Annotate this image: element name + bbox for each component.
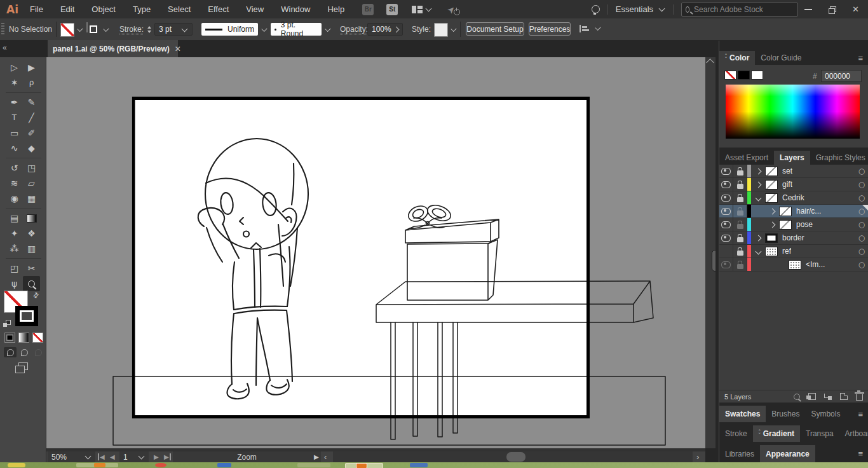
taskbar-icon[interactable]	[8, 463, 25, 467]
shape-builder-tool[interactable]: ◉	[6, 191, 23, 206]
stroke-color-swatch[interactable]	[15, 306, 38, 326]
layer-thumbnail[interactable]	[765, 167, 778, 176]
hand-tool[interactable]: ψ	[6, 276, 23, 291]
perspective-grid-tool[interactable]: ▦	[23, 191, 40, 206]
locate-object-icon[interactable]	[794, 394, 800, 400]
collapse-panel-icon[interactable]: ˆˇ	[725, 55, 727, 61]
target-circle-icon[interactable]: ○	[855, 247, 868, 256]
layer-name[interactable]: <Im...	[806, 260, 825, 269]
target-circle-icon[interactable]: ○	[855, 193, 868, 202]
target-circle-icon[interactable]: ○	[855, 207, 868, 216]
stroke-group-tab-gradient[interactable]: ˆˇGradient	[753, 425, 800, 442]
swatches-group-tab-symbols[interactable]: Symbols	[805, 406, 846, 422]
layers-tab-asset-export[interactable]: Asset Export	[719, 151, 774, 165]
taskbar-icon[interactable]	[94, 463, 105, 467]
symbol-sprayer-tool[interactable]: ⁂	[6, 241, 23, 256]
stock-icon[interactable]: St	[386, 4, 398, 15]
lock-toggle[interactable]	[733, 178, 747, 191]
bridge-icon[interactable]: Br	[362, 4, 374, 15]
layer-row-cedrik[interactable]: Cedrik○	[719, 191, 868, 205]
arrange-documents-icon[interactable]	[412, 6, 423, 13]
direct-selection-tool[interactable]: ▶	[23, 60, 40, 75]
curvature-tool[interactable]: ✎	[23, 95, 40, 110]
hex-value-field[interactable]	[821, 70, 862, 82]
delete-layer-icon[interactable]	[856, 394, 863, 401]
expand-chevron-icon[interactable]	[756, 168, 762, 174]
lightbulb-icon[interactable]	[592, 5, 600, 13]
stroke-swatch[interactable]	[86, 22, 88, 32]
stroke-chevron-icon[interactable]	[100, 23, 109, 36]
stroke-group-tab-stroke[interactable]: Stroke	[719, 425, 753, 442]
lock-toggle[interactable]	[733, 205, 747, 217]
gpu-performance-icon[interactable]: ➤	[447, 4, 460, 15]
style-chevron-icon[interactable]	[448, 23, 457, 36]
previous-artboard-button[interactable]: ◀	[110, 453, 115, 460]
menu-effect[interactable]: Effect	[208, 4, 229, 14]
layer-row-im[interactable]: <Im...○	[719, 258, 868, 272]
layer-thumbnail[interactable]	[779, 207, 792, 216]
taskbar-icon[interactable]	[217, 463, 231, 467]
layer-row-gift[interactable]: gift○	[719, 178, 868, 191]
taskbar-icon[interactable]	[155, 463, 166, 467]
taskbar-icon[interactable]	[356, 463, 367, 468]
layer-name[interactable]: pose	[796, 220, 813, 229]
stroke-weight-stepper[interactable]	[145, 23, 153, 36]
layer-thumbnail[interactable]	[765, 233, 778, 243]
fill-swatch[interactable]	[60, 23, 74, 37]
visibility-toggle[interactable]	[719, 165, 733, 177]
minimize-button[interactable]	[804, 9, 812, 10]
layer-name[interactable]: border	[782, 233, 804, 242]
zoom-level-dropdown[interactable]: 50%	[48, 451, 95, 462]
visibility-toggle[interactable]	[719, 231, 733, 244]
swatches-group-tab-brushes[interactable]: Brushes	[766, 406, 805, 422]
canvas[interactable]	[46, 57, 705, 448]
visibility-toggle[interactable]	[719, 178, 733, 191]
blend-tool[interactable]: ❖	[23, 226, 40, 241]
line-segment-tool[interactable]: ╱	[23, 110, 40, 125]
visibility-toggle[interactable]	[719, 191, 733, 204]
width-profile-dropdown[interactable]: Uniform	[201, 23, 258, 36]
opacity-label[interactable]: Opacity:	[340, 25, 368, 34]
layer-row-set[interactable]: set○	[719, 165, 868, 178]
layer-name[interactable]: gift	[782, 180, 792, 189]
lock-toggle[interactable]	[733, 231, 747, 244]
visibility-toggle[interactable]	[719, 205, 733, 217]
brush-dropdown[interactable]: 3 pt. Round	[271, 23, 322, 36]
color-tab-color[interactable]: ˆˇColor	[719, 51, 755, 65]
paintbrush-tool[interactable]: ✐	[23, 125, 40, 141]
new-layer-icon[interactable]	[840, 393, 848, 400]
menu-file[interactable]: File	[30, 4, 43, 14]
magic-wand-tool[interactable]: ✶	[6, 75, 23, 90]
target-circle-icon[interactable]: ○	[855, 180, 868, 189]
panel-menu-icon[interactable]: ≡	[853, 406, 868, 422]
search-input[interactable]	[693, 4, 794, 15]
layers-tab-graphic-styles[interactable]: Graphic Styles	[810, 151, 868, 165]
vertical-scrollbar[interactable]	[705, 57, 715, 448]
target-circle-icon[interactable]: ○	[855, 233, 868, 242]
eyedropper-tool[interactable]: ✦	[6, 226, 23, 241]
layer-thumbnail[interactable]	[765, 193, 778, 203]
menu-window[interactable]: Window	[281, 4, 310, 14]
style-swatch[interactable]	[434, 23, 448, 37]
panel-menu-icon[interactable]: ≡	[853, 51, 868, 65]
width-profile-chevron-icon[interactable]	[259, 23, 268, 36]
panel-grip[interactable]	[1, 23, 4, 36]
scroll-right-icon[interactable]: ›	[696, 452, 699, 462]
arrange-documents-chevron-icon[interactable]	[426, 6, 432, 12]
layer-name[interactable]: set	[782, 167, 792, 176]
scroll-up-icon[interactable]	[706, 59, 714, 67]
stroke-weight-field[interactable]: 3 pt	[154, 23, 193, 36]
horizontal-scrollbar-thumb[interactable]	[506, 452, 526, 462]
menu-object[interactable]: Object	[92, 4, 116, 14]
rectangle-tool[interactable]: ▭	[6, 125, 23, 141]
swap-fill-stroke-icon[interactable]: ⇄	[31, 291, 41, 301]
align-chevron-icon[interactable]	[592, 22, 601, 34]
draw-inside-button[interactable]	[32, 347, 44, 357]
artboard-tool[interactable]: ◰	[6, 261, 23, 276]
taskbar-icon[interactable]	[410, 463, 428, 467]
opacity-field[interactable]: 100%	[367, 23, 403, 36]
black-color-swatch[interactable]	[738, 71, 750, 79]
layer-row-pose[interactable]: pose○	[719, 218, 868, 231]
last-artboard-button[interactable]: ▶	[164, 453, 171, 460]
libraries-group-tab-appearance[interactable]: Appearance	[760, 445, 815, 462]
